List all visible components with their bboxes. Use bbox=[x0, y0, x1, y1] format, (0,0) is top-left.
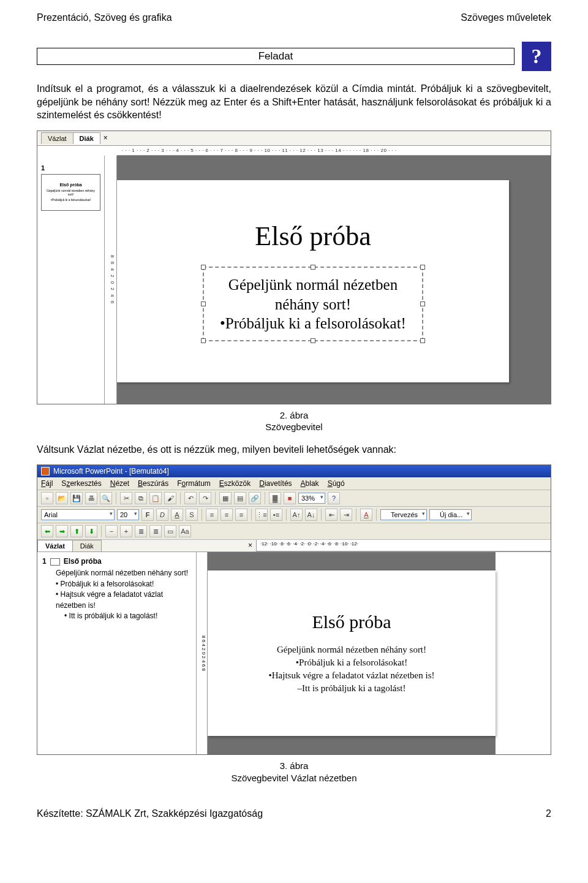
menu-file[interactable]: Fájl bbox=[41, 479, 53, 488]
slide-thumbnail-pane[interactable]: 1 Első próba Gépeljünk normál nézetben n… bbox=[37, 156, 105, 404]
outline-line[interactable]: Próbáljuk ki a felsorolásokat! bbox=[56, 579, 190, 589]
outline-pane[interactable]: 1 Első próba Gépeljünk normál nézetben n… bbox=[37, 552, 197, 754]
thumb-line: Gépeljünk normál nézetben néhány sort! bbox=[44, 189, 97, 196]
demote-icon[interactable]: ➡ bbox=[56, 525, 68, 537]
hyperlink-icon[interactable]: 🔗 bbox=[249, 492, 261, 504]
menu-tools[interactable]: Eszközök bbox=[219, 479, 251, 488]
menu-view[interactable]: Nézet bbox=[110, 479, 129, 488]
color-icon[interactable]: ■ bbox=[284, 492, 296, 504]
format-painter-icon[interactable]: 🖌 bbox=[164, 492, 176, 504]
italic-icon[interactable]: D bbox=[156, 509, 168, 521]
help-icon: ? bbox=[522, 42, 551, 71]
move-down-icon[interactable]: ⬇ bbox=[85, 525, 97, 537]
move-up-icon[interactable]: ⬆ bbox=[70, 525, 83, 537]
menu-slideshow[interactable]: Diavetítés bbox=[259, 479, 292, 488]
toolbar-outline[interactable]: ⬅ ➡ ⬆ ⬇ − + ≣ ≣ ▭ Aa bbox=[37, 523, 551, 540]
undo-icon[interactable]: ↶ bbox=[184, 492, 197, 504]
thumbnail-number: 1 bbox=[41, 164, 45, 172]
outline-line[interactable]: Gépeljünk normál nézetben néhány sort! bbox=[56, 568, 190, 578]
design-button[interactable]: Tervezés bbox=[380, 509, 427, 520]
align-left-icon[interactable]: ≡ bbox=[206, 509, 218, 521]
slide-body-textbox[interactable]: Gépeljünk normál nézetben néhány sort! •… bbox=[203, 267, 423, 341]
underline-icon[interactable]: A bbox=[171, 509, 183, 521]
menu-help[interactable]: Súgó bbox=[328, 479, 345, 488]
bold-icon[interactable]: F bbox=[141, 509, 154, 521]
font-color-icon[interactable]: A bbox=[360, 509, 372, 521]
increase-indent-icon[interactable]: ⇥ bbox=[340, 509, 352, 521]
tab-vazlat-2[interactable]: Vázlat bbox=[37, 540, 73, 551]
ruler-horizontal-2: ·12· ·10· ·8· ·6· ·4· ·2· ·0· ·2· ·4· ·6… bbox=[256, 540, 551, 551]
paragraph-1: Indítsuk el a programot, és a válasszuk … bbox=[37, 82, 551, 122]
promote-icon[interactable]: ⬅ bbox=[41, 525, 53, 537]
menu-bar[interactable]: Fájl Szerkesztés Nézet Beszúrás Formátum… bbox=[37, 477, 551, 490]
bullets-icon[interactable]: •≡ bbox=[270, 509, 282, 521]
menu-insert[interactable]: Beszúrás bbox=[138, 479, 168, 488]
expand-all-icon[interactable]: ≣ bbox=[149, 525, 162, 537]
slide-edit-area-2[interactable]: Első próba Gépeljünk normál nézetben néh… bbox=[208, 552, 496, 754]
powerpoint-icon bbox=[41, 467, 50, 476]
decrease-font-icon[interactable]: A↓ bbox=[305, 509, 317, 521]
slide-body-2[interactable]: Gépeljünk normál nézetben néhány sort! •… bbox=[269, 643, 435, 695]
copy-icon[interactable]: ⧉ bbox=[135, 492, 147, 504]
font-name-combo[interactable]: Arial bbox=[41, 509, 115, 520]
align-center-icon[interactable]: ≡ bbox=[221, 509, 233, 521]
summary-icon[interactable]: ▭ bbox=[164, 525, 176, 537]
table-icon[interactable]: ▤ bbox=[234, 492, 246, 504]
font-size-combo[interactable]: 20 bbox=[117, 509, 139, 520]
expand-icon[interactable]: + bbox=[120, 525, 132, 537]
cut-icon[interactable]: ✂ bbox=[120, 492, 132, 504]
show-grid-icon[interactable]: ▓ bbox=[269, 492, 281, 504]
align-right-icon[interactable]: ≡ bbox=[235, 509, 247, 521]
chart-icon[interactable]: ▦ bbox=[219, 492, 232, 504]
slide-title[interactable]: Első próba bbox=[255, 221, 371, 252]
slide-canvas-2[interactable]: Első próba Gépeljünk normál nézetben néh… bbox=[208, 570, 496, 736]
collapse-icon[interactable]: − bbox=[105, 525, 118, 537]
tab-diak[interactable]: Diák bbox=[73, 132, 100, 144]
collapse-all-icon[interactable]: ≣ bbox=[135, 525, 147, 537]
new-icon[interactable]: ▫ bbox=[41, 492, 53, 504]
thumb-line: •Próbáljuk ki a felsorolásokat! bbox=[44, 198, 97, 202]
numbering-icon[interactable]: ⋮≡ bbox=[255, 509, 268, 521]
menu-window[interactable]: Ablak bbox=[301, 479, 319, 488]
caption-num: 3. ábra bbox=[280, 760, 309, 771]
slide-body-line: •Próbáljuk ki a felsorolásokat! bbox=[220, 314, 406, 333]
open-icon[interactable]: 📂 bbox=[56, 492, 68, 504]
outline-slide-number: 1 bbox=[42, 557, 47, 566]
slide-edit-area[interactable]: Első próba Gépeljünk normál nézetben néh… bbox=[117, 156, 551, 404]
thumbnail-slide[interactable]: Első próba Gépeljünk normál nézetben néh… bbox=[41, 174, 100, 211]
header-left: Prezentáció, Szöveg és grafika bbox=[37, 12, 172, 23]
slide-canvas[interactable]: Első próba Gépeljünk normál nézetben néh… bbox=[117, 180, 509, 382]
figure-2-caption: 3. ábra Szövegbevitel Vázlat nézetben bbox=[37, 760, 551, 784]
increase-font-icon[interactable]: A↑ bbox=[290, 509, 303, 521]
outline-line[interactable]: Itt is próbáljuk ki a tagolást! bbox=[64, 611, 190, 621]
toolbar-standard[interactable]: ▫ 📂 💾 🖶 🔍 ✂ ⧉ 📋 🖌 ↶ ↷ ▦ ▤ 🔗 ▓ ■ 33% ? bbox=[37, 490, 551, 507]
preview-icon[interactable]: 🔍 bbox=[100, 492, 112, 504]
tab-vazlat[interactable]: Vázlat bbox=[41, 132, 74, 144]
window-title: Microsoft PowerPoint - [Bemutató4] bbox=[53, 467, 169, 476]
ruler-horizontal: · · · 1 · · · 2 · · · 3 · · · 4 · · · 5 … bbox=[117, 146, 551, 156]
outline-title[interactable]: Első próba bbox=[64, 557, 102, 566]
outline-line[interactable]: Hajtsuk végre a feladatot vázlat nézetbe… bbox=[56, 589, 190, 611]
figure-1: Vázlat Diák × · · · 1 · · · 2 · · · 3 · … bbox=[37, 131, 551, 404]
show-formatting-icon[interactable]: Aa bbox=[179, 525, 191, 537]
slide-body-line: –Itt is próbáljuk ki a tagolást! bbox=[269, 682, 435, 695]
menu-format[interactable]: Formátum bbox=[177, 479, 211, 488]
menu-edit[interactable]: Szerkesztés bbox=[61, 479, 101, 488]
panel-close-icon[interactable]: × bbox=[100, 132, 111, 143]
shadow-icon[interactable]: S bbox=[186, 509, 198, 521]
help-icon[interactable]: ? bbox=[328, 492, 340, 504]
panel-close-icon[interactable]: × bbox=[244, 540, 256, 551]
feladat-box: Feladat bbox=[37, 48, 514, 65]
caption-text: Szövegbevitel Vázlat nézetben bbox=[231, 773, 356, 783]
tab-diak-2[interactable]: Diák bbox=[72, 540, 102, 551]
print-icon[interactable]: 🖶 bbox=[85, 492, 97, 504]
new-slide-button[interactable]: Új dia... bbox=[429, 509, 472, 520]
paste-icon[interactable]: 📋 bbox=[149, 492, 162, 504]
redo-icon[interactable]: ↷ bbox=[199, 492, 211, 504]
slide-title-2[interactable]: Első próba bbox=[312, 612, 391, 632]
slide-icon[interactable] bbox=[50, 558, 60, 566]
save-icon[interactable]: 💾 bbox=[70, 492, 83, 504]
zoom-combo[interactable]: 33% bbox=[298, 493, 325, 504]
toolbar-formatting[interactable]: Arial 20 F D A S ≡ ≡ ≡ ⋮≡ •≡ A↑ A↓ ⇤ ⇥ A… bbox=[37, 507, 551, 523]
decrease-indent-icon[interactable]: ⇤ bbox=[325, 509, 337, 521]
